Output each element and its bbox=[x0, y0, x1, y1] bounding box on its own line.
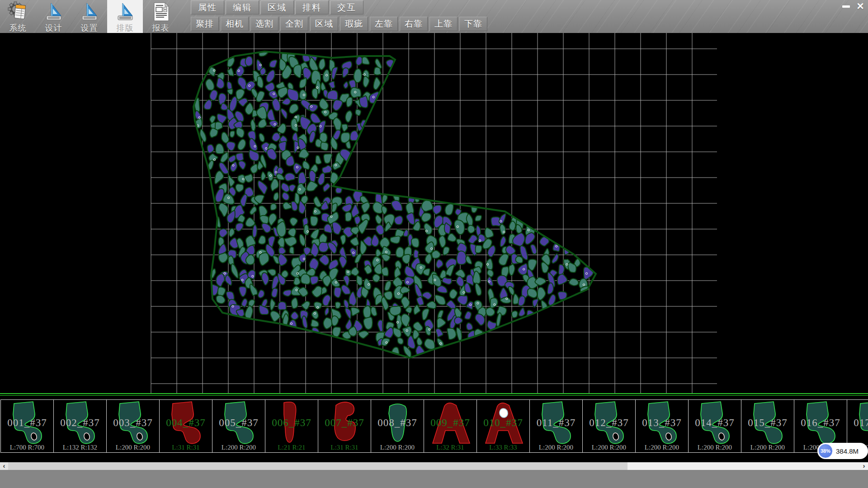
piece-id-label: 001_#37 bbox=[1, 417, 53, 429]
minimize-button[interactable] bbox=[840, 1, 852, 12]
piece-lr-label: L:200 R:200 bbox=[371, 444, 424, 451]
piece-id-label: 008_#37 bbox=[371, 417, 424, 429]
system-gear-icon bbox=[8, 1, 28, 22]
main-mode-buttons: 系统 设计 设置 排版 报表 bbox=[0, 0, 179, 33]
piece-thumbnail-004_#37[interactable]: 004_#37L:31 R:31 bbox=[159, 399, 212, 453]
piece-lr-label: L:700 R:700 bbox=[1, 444, 53, 451]
scrollbar-thumb[interactable] bbox=[8, 462, 627, 470]
piece-lr-label: L:200 R:200 bbox=[636, 444, 688, 451]
piece-id-label: 010_#37 bbox=[477, 417, 529, 429]
piece-thumbnail-015_#37[interactable]: 015_#37L:200 R:200 bbox=[741, 399, 794, 453]
action-button-8[interactable]: 右靠 bbox=[400, 17, 428, 31]
action-button-row: 聚排相机选割全割区域瑕疵左靠右靠上靠下靠 bbox=[191, 17, 489, 31]
piece-id-label: 016_#37 bbox=[794, 417, 847, 429]
horizontal-scrollbar: ‹ › bbox=[0, 462, 868, 470]
piece-lr-label: L:31 R:31 bbox=[318, 444, 371, 451]
piece-id-label: 002_#37 bbox=[54, 417, 106, 429]
piece-thumbnail-006_#37[interactable]: 006_#37L:21 R:21 bbox=[265, 399, 318, 453]
action-button-10[interactable]: 下靠 bbox=[459, 17, 487, 31]
piece-id-label: 003_#37 bbox=[107, 417, 159, 429]
window-controls: ✕ bbox=[840, 1, 866, 12]
piece-id-label: 012_#37 bbox=[583, 417, 635, 429]
bottom-status-bar bbox=[0, 470, 868, 488]
piece-thumbnail-list: 001_#37L:700 R:700002_#37L:132 R:132003_… bbox=[0, 399, 868, 453]
action-button-6[interactable]: 瑕疵 bbox=[340, 17, 368, 31]
action-button-4[interactable]: 全割 bbox=[280, 17, 308, 31]
piece-id-label: 014_#37 bbox=[689, 417, 741, 429]
piece-lr-label: L:200 R:200 bbox=[212, 444, 265, 451]
action-button-3[interactable]: 选割 bbox=[250, 17, 278, 31]
mode-button-label: 排版 bbox=[117, 23, 134, 33]
piece-thumbnail-003_#37[interactable]: 003_#37L:200 R:200 bbox=[106, 399, 160, 453]
strip-separator-dark bbox=[0, 395, 868, 396]
mode-button-label: 设置 bbox=[81, 23, 98, 33]
mode-button-1[interactable]: 系统 bbox=[0, 0, 36, 33]
action-button-7[interactable]: 左靠 bbox=[370, 17, 398, 31]
scroll-left-button[interactable]: ‹ bbox=[0, 462, 8, 470]
nesting-app-window: 系统 设计 设置 排版 报表 属性编辑区域排料交互 聚排相机选割全割区域 bbox=[0, 0, 868, 488]
piece-lr-label: L:21 R:21 bbox=[265, 444, 318, 451]
piece-thumbnail-001_#37[interactable]: 001_#37L:700 R:700 bbox=[0, 399, 54, 453]
menu-tab-row: 属性编辑区域排料交互 bbox=[191, 0, 365, 14]
set-square-icon bbox=[115, 1, 136, 22]
piece-thumbnail-011_#37[interactable]: 011_#37L:200 R:200 bbox=[529, 399, 583, 453]
piece-id-label: 007_#37 bbox=[318, 417, 371, 429]
set-square-icon bbox=[43, 1, 64, 22]
piece-thumbnail-002_#37[interactable]: 002_#37L:132 R:132 bbox=[53, 399, 107, 453]
piece-thumbnail-strip: 001_#37L:700 R:700002_#37L:132 R:132003_… bbox=[0, 396, 868, 462]
mode-button-label: 设计 bbox=[45, 23, 62, 33]
piece-thumbnail-009_#37[interactable]: 009_#37L:32 R:31 bbox=[424, 399, 477, 453]
mode-button-label: 报表 bbox=[152, 23, 170, 33]
mode-button-4[interactable]: 排版 bbox=[107, 0, 143, 33]
scroll-right-button[interactable]: › bbox=[860, 462, 868, 470]
piece-lr-label: L:31 R:31 bbox=[160, 444, 212, 451]
piece-thumbnail-005_#37[interactable]: 005_#37L:200 R:200 bbox=[212, 399, 265, 453]
mode-button-5[interactable]: 报表 bbox=[143, 0, 179, 33]
piece-id-label: 015_#37 bbox=[741, 417, 794, 429]
mode-button-label: 系统 bbox=[9, 23, 27, 33]
action-button-9[interactable]: 上靠 bbox=[429, 17, 458, 31]
action-button-1[interactable]: 聚排 bbox=[191, 17, 219, 31]
piece-lr-label: L:32 R:31 bbox=[424, 444, 476, 451]
nesting-canvas[interactable] bbox=[0, 33, 868, 393]
strip-separator-bright bbox=[0, 393, 868, 394]
report-icon bbox=[151, 1, 171, 22]
mode-button-2[interactable]: 设计 bbox=[36, 0, 71, 33]
piece-id-label: 005_#37 bbox=[212, 417, 265, 429]
piece-lr-label: L:33 R:33 bbox=[477, 444, 529, 451]
piece-id-label: 004_#37 bbox=[160, 417, 212, 429]
piece-id-label: 013_#37 bbox=[636, 417, 688, 429]
progress-badge[interactable]: 38% 384.8M bbox=[817, 443, 868, 459]
progress-percent: 38% bbox=[821, 448, 830, 454]
nesting-drawing bbox=[0, 33, 868, 393]
piece-id-label: 017_#37 bbox=[847, 417, 868, 429]
menu-tab-3[interactable]: 区域 bbox=[260, 0, 294, 14]
piece-thumbnail-008_#37[interactable]: 008_#37L:200 R:200 bbox=[371, 399, 424, 453]
piece-thumbnail-007_#37[interactable]: 007_#37L:31 R:31 bbox=[318, 399, 371, 453]
mode-button-3[interactable]: 设置 bbox=[71, 0, 107, 33]
piece-thumbnail-014_#37[interactable]: 014_#37L:200 R:200 bbox=[688, 399, 741, 453]
menu-tab-2[interactable]: 编辑 bbox=[226, 0, 259, 14]
piece-thumbnail-013_#37[interactable]: 013_#37L:200 R:200 bbox=[635, 399, 689, 453]
menu-tab-1[interactable]: 属性 bbox=[191, 0, 224, 14]
toolbar: 系统 设计 设置 排版 报表 属性编辑区域排料交互 聚排相机选割全割区域 bbox=[0, 0, 868, 33]
piece-id-label: 006_#37 bbox=[265, 417, 318, 429]
piece-id-label: 011_#37 bbox=[530, 417, 582, 429]
close-button[interactable]: ✕ bbox=[854, 1, 866, 12]
action-button-5[interactable]: 区域 bbox=[310, 17, 338, 31]
piece-lr-label: L:200 R:200 bbox=[583, 444, 635, 451]
piece-thumbnail-010_#37[interactable]: 010_#37L:33 R:33 bbox=[476, 399, 530, 453]
menu-tab-5[interactable]: 交互 bbox=[330, 0, 363, 14]
minimize-icon bbox=[842, 5, 850, 8]
piece-lr-label: L:200 R:200 bbox=[689, 444, 741, 451]
progress-circle: 38% bbox=[818, 444, 833, 458]
progress-size: 384.8M bbox=[836, 447, 859, 455]
piece-lr-label: L:200 R:200 bbox=[741, 444, 794, 451]
piece-thumbnail-012_#37[interactable]: 012_#37L:200 R:200 bbox=[582, 399, 636, 453]
piece-id-label: 009_#37 bbox=[424, 417, 476, 429]
menu-tab-4[interactable]: 排料 bbox=[295, 0, 329, 14]
action-button-2[interactable]: 相机 bbox=[221, 17, 249, 31]
close-icon: ✕ bbox=[856, 1, 864, 12]
set-square-icon bbox=[79, 1, 100, 22]
piece-lr-label: L:200 R:200 bbox=[530, 444, 582, 451]
